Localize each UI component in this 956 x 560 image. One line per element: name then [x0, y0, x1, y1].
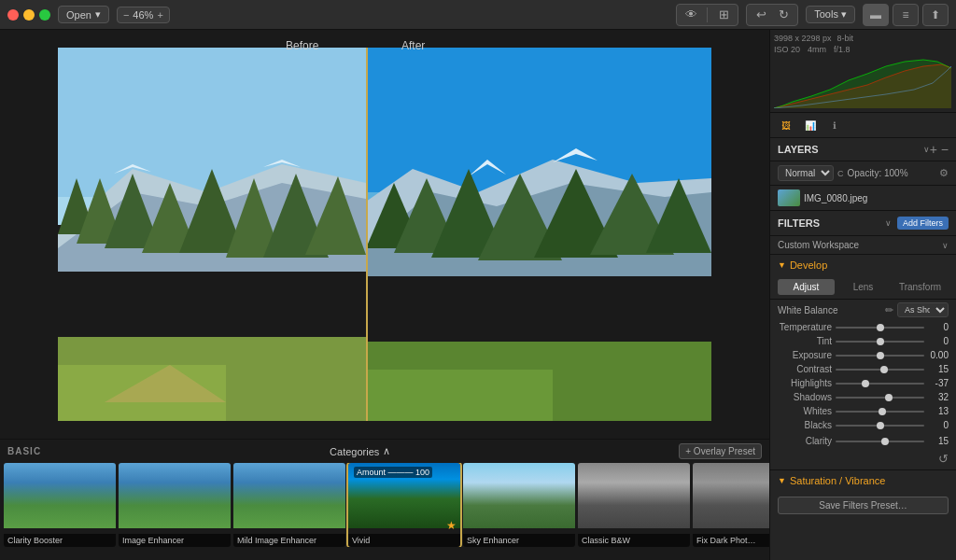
sliders-icon[interactable]: ≡	[893, 4, 919, 26]
maximize-button[interactable]	[39, 9, 50, 21]
overlay-preset-button[interactable]: + Overlay Preset	[679, 443, 762, 459]
blacks-row: Blacks 0	[770, 418, 956, 432]
highlights-thumb[interactable]	[862, 380, 869, 387]
eyedropper-icon[interactable]: ✏	[885, 304, 893, 316]
adjust-panel-icon[interactable]: 🖼	[776, 117, 796, 133]
divider	[707, 7, 708, 22]
tools-button[interactable]: Tools ▾	[806, 6, 855, 23]
eye-icon[interactable]: 👁	[682, 7, 699, 23]
shadows-thumb[interactable]	[885, 394, 893, 401]
clarity-thumb[interactable]	[881, 438, 889, 445]
image-wrapper[interactable]	[58, 48, 711, 421]
opacity-label: Opacity: 100%	[848, 168, 908, 178]
histogram-info: 3998 x 2298 px 8-bit	[774, 34, 952, 43]
categories-button[interactable]: Categories ∧	[330, 445, 390, 457]
open-button[interactable]: Open ▾	[58, 6, 109, 23]
whites-row: Whites 13	[770, 404, 956, 418]
histogram-bitdepth: 8-bit	[837, 34, 854, 43]
filmstrip: BASIC Categories ∧ + Overlay Preset Clar…	[0, 439, 769, 560]
histogram-icon[interactable]: ▬	[863, 4, 889, 26]
tools-label: Tools	[814, 8, 838, 20]
close-button[interactable]	[7, 9, 19, 21]
split-view-icon[interactable]: ⊞	[715, 7, 732, 23]
save-filters-button[interactable]: Save Filters Preset…	[778, 497, 949, 514]
layers-title: LAYERS	[778, 144, 921, 155]
tab-transform[interactable]: Transform	[892, 279, 949, 295]
preset-item-fix-dark-photo[interactable]: Fix Dark Phot…	[693, 463, 769, 547]
clarity-row: Clarity 15	[770, 434, 956, 448]
preset-item-classic-bw[interactable]: Classic B&W	[578, 463, 690, 547]
layers-remove-icon[interactable]: −	[941, 142, 949, 157]
temperature-label: Temperature	[778, 322, 832, 332]
panel-icons-row: 🖼 📊 ℹ	[770, 113, 956, 138]
filmstrip-title: BASIC	[7, 446, 41, 456]
info-panel-icon[interactable]: ℹ	[824, 117, 845, 133]
gear-icon[interactable]: ⚙	[939, 167, 949, 179]
preset-thumbnail	[119, 463, 231, 528]
small-c: C	[837, 169, 844, 178]
saturation-section-header[interactable]: ▼ Saturation / Vibrance	[770, 469, 956, 491]
tint-thumb[interactable]	[877, 338, 884, 345]
workspace-chevron-icon[interactable]: ∨	[942, 241, 949, 250]
layers-chevron-icon[interactable]: ∨	[923, 145, 930, 154]
redo-icon[interactable]: ↻	[775, 7, 792, 23]
blacks-slider[interactable]	[836, 425, 924, 427]
blend-mode-select[interactable]: Normal	[778, 165, 834, 181]
filters-header: FILTERS ∨ Add Filters	[770, 211, 956, 236]
temperature-slider[interactable]	[836, 327, 924, 329]
temperature-thumb[interactable]	[877, 324, 884, 331]
blacks-thumb[interactable]	[877, 422, 884, 429]
histogram-panel-icon[interactable]: 📊	[800, 117, 821, 133]
preset-item-vivid[interactable]: Amount ——— 100 ★ Vivid	[348, 463, 460, 547]
saturation-chevron-icon: ▼	[778, 476, 786, 485]
tab-adjust[interactable]: Adjust	[778, 279, 835, 295]
clarity-slider[interactable]	[836, 441, 924, 442]
zoom-plus-button[interactable]: +	[157, 9, 162, 21]
layer-thumbnail	[778, 189, 800, 206]
contrast-slider[interactable]	[836, 369, 924, 371]
landscape-image	[58, 48, 711, 421]
exposure-label: Exposure	[778, 350, 832, 360]
preset-item-clarity-booster[interactable]: Clarity Booster	[4, 463, 116, 547]
preset-thumbnail	[578, 463, 690, 528]
categories-label: Categories	[330, 446, 379, 457]
export-icon[interactable]: ⬆	[922, 4, 949, 26]
contrast-value: 15	[928, 364, 949, 374]
blacks-label: Blacks	[778, 420, 832, 430]
main-area: Before After	[0, 30, 956, 560]
layer-item[interactable]: IMG_0080.jpeg	[770, 186, 956, 211]
exif-info: ISO 20 4mm f/1.8	[774, 45, 952, 54]
filters-chevron-icon[interactable]: ∨	[885, 218, 892, 228]
minimize-button[interactable]	[23, 9, 35, 21]
zoom-minus-button[interactable]: −	[123, 9, 129, 21]
right-panel: 3998 x 2298 px 8-bit ISO 20 4mm f/1.8	[769, 30, 956, 560]
shadows-row: Shadows 32	[770, 390, 956, 404]
tab-lens[interactable]: Lens	[835, 279, 892, 295]
undo-icon[interactable]: ↩	[752, 7, 769, 23]
preset-item-sky-enhancer[interactable]: Sky Enhancer	[463, 463, 575, 547]
add-filters-button[interactable]: Add Filters	[897, 217, 949, 230]
temperature-value: 0	[928, 322, 949, 332]
svg-marker-35	[774, 60, 951, 108]
exposure-slider[interactable]	[836, 355, 924, 357]
contrast-thumb[interactable]	[880, 366, 888, 373]
right-toolbar-icons: ▬ ≡ ⬆	[863, 4, 949, 26]
exposure-thumb[interactable]	[877, 352, 884, 359]
preset-item-image-enhancer[interactable]: Image Enhancer	[119, 463, 231, 547]
whites-thumb[interactable]	[879, 408, 886, 415]
shadows-slider[interactable]	[836, 397, 924, 399]
opacity-control: Opacity: 100%	[848, 168, 936, 178]
zoom-level-display: 46%	[133, 9, 153, 21]
tint-slider[interactable]	[836, 341, 924, 343]
layers-add-icon[interactable]: +	[930, 142, 937, 157]
preset-thumbnail	[233, 463, 345, 528]
split-line[interactable]	[366, 48, 368, 421]
white-balance-select[interactable]: As Shot	[897, 302, 949, 317]
preset-item-mild-image-enhancer[interactable]: Mild Image Enhancer	[233, 463, 345, 547]
develop-section-header[interactable]: ▼ Develop	[770, 255, 956, 275]
tools-chevron-icon: ▾	[841, 8, 847, 20]
adjust-tabs: Adjust Lens Transform	[770, 275, 956, 300]
whites-slider[interactable]	[836, 411, 924, 413]
highlights-slider[interactable]	[836, 383, 924, 385]
reset-icon[interactable]: ↺	[938, 452, 949, 466]
